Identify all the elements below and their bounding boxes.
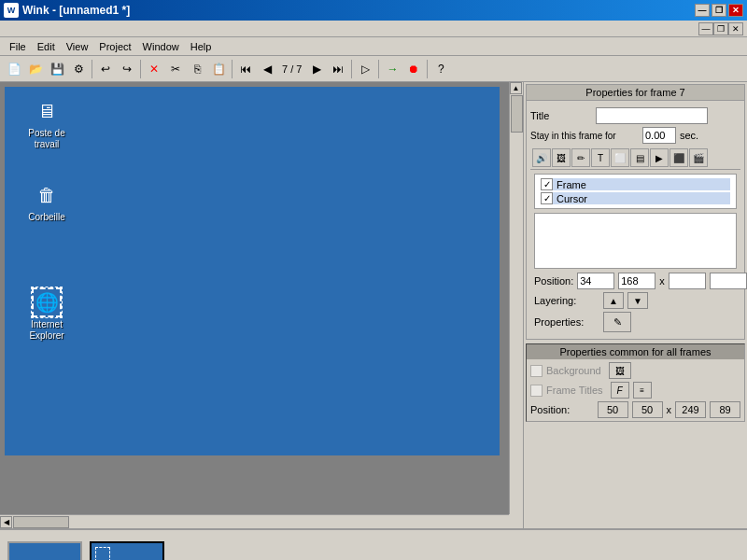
toolbar: 📄 📂 💾 ⚙ ↩ ↪ ✕ ✂ ⎘ 📋 ⏮ ◀ 7 / 7 ▶ ⏭ ▷ → ⏺ … [0,56,747,82]
thumb-2[interactable]: 2 [90,541,164,560]
frame-titles-label: Frame Titles [546,385,603,396]
desktop-icon-ie[interactable]: 🌐 InternetExplorer [19,287,75,342]
layering-label: Layering: [534,295,599,306]
close-button[interactable]: ✕ [728,4,743,17]
align-button[interactable]: ≡ [633,382,652,399]
frame-properties-header: Properties for frame 7 [527,85,744,101]
common-pos3: 249 [675,401,706,418]
redo-button[interactable]: ↪ [117,59,137,79]
restore-button[interactable]: ❐ [712,4,726,17]
child-close-button[interactable]: ✕ [728,22,743,35]
desktop-icon-workstation[interactable]: 🖥 Poste de travail [19,96,75,150]
copy-button[interactable]: ⎘ [187,59,207,79]
position-label: Position: [534,275,573,287]
frame-thumb-2[interactable] [90,541,164,560]
filmstrip: 1 2 [0,528,747,560]
child-restore-button[interactable]: ❐ [713,22,728,35]
pos-sep: x [659,275,665,287]
help-button[interactable]: ? [430,59,451,79]
scroll-thumb-v[interactable] [511,95,523,133]
background-label: Background [546,365,601,376]
common-sep: x [667,404,672,415]
right-panel: Properties for frame 7 Title Stay in thi… [523,82,747,528]
pos-x-input[interactable] [577,273,614,289]
save-button[interactable]: 💾 [47,59,67,79]
highlight-tool[interactable]: ✏ [571,148,590,167]
anim-tool[interactable]: ▶ [650,148,669,167]
export-button[interactable]: → [382,59,402,79]
video-tool[interactable]: 🎬 [689,148,708,167]
shape-tool[interactable]: ⬛ [669,148,688,167]
stay-input[interactable] [642,127,676,144]
scroll-thumb-h[interactable] [13,516,69,528]
image-tool[interactable]: 🖼 [552,148,571,167]
frame-check[interactable]: ✓ [541,178,553,190]
common-pos2: 50 [632,401,663,418]
pos-x2-input[interactable] [669,273,706,289]
props-label: Properties: [534,316,599,328]
scroll-corner [509,514,523,528]
paste-button[interactable]: 📋 [208,59,229,79]
position-row: Position: x [534,273,737,289]
child-minimize-button[interactable]: — [698,22,713,35]
cursor-check[interactable]: ✓ [541,192,553,204]
delete-button[interactable]: ✕ [144,59,164,79]
menu-edit[interactable]: Edit [32,39,61,54]
window-title: Wink - [unnamed1 *] [22,4,130,17]
properties-edit-button[interactable]: ✎ [603,312,631,332]
common-pos-label: Position: [530,404,594,415]
layer-down-button[interactable]: ▼ [627,292,648,309]
frame-thumb-1[interactable] [7,541,82,560]
scroll-up-arrow[interactable]: ▲ [510,82,522,94]
open-button[interactable]: 📂 [25,59,46,79]
next-frame-button[interactable]: ▶ [306,59,327,79]
font-button[interactable]: F [611,382,629,399]
canvas-area: 🖥 Poste de travail 🗑 Corbeille 🌐 Interne… [0,82,523,528]
app-icon: W [4,3,19,18]
frame-titles-row: Frame Titles F ≡ [530,382,740,399]
minimize-button[interactable]: — [695,4,710,17]
menu-project[interactable]: Project [93,39,136,54]
cut-button[interactable]: ✂ [165,59,186,79]
menu-view[interactable]: View [61,39,94,54]
button-tool[interactable]: ⬜ [611,148,629,167]
play-button[interactable]: ▷ [355,59,375,79]
menu-window[interactable]: Window [137,39,185,54]
undo-button[interactable]: ↩ [95,59,116,79]
frame-checkbox-row: ✓ Frame [541,178,730,190]
thumb-1[interactable]: 1 [7,541,82,560]
record-button[interactable]: ⏺ [403,59,424,79]
sound-tool[interactable]: 🔊 [532,148,551,167]
title-row: Title [530,107,740,124]
menu-file[interactable]: File [4,39,32,54]
frame-titles-check[interactable] [530,385,543,397]
last-frame-button[interactable]: ⏭ [328,59,348,79]
background-image-button[interactable]: 🖼 [609,362,631,379]
new-button[interactable]: 📄 [4,59,24,79]
text-tool[interactable]: T [591,148,610,167]
settings-button[interactable]: ⚙ [68,59,89,79]
canvas-scrollbar-vertical[interactable]: ▲ [509,82,523,514]
desktop-icon-recycle[interactable]: 🗑 Corbeille [19,180,75,223]
pos-y2-input[interactable] [710,273,747,289]
layer-up-button[interactable]: ▲ [603,292,624,309]
ie-label: InternetExplorer [29,319,63,342]
common-pos1: 50 [598,401,628,418]
stay-label: Stay in this frame for [530,131,642,141]
cursor-label: Cursor [557,193,587,204]
title-input[interactable] [596,107,708,124]
menu-help[interactable]: Help [185,39,218,54]
input-tool[interactable]: ▤ [630,148,649,167]
common-position-row: Position: 50 50 x 249 89 [530,401,740,418]
scroll-left-arrow[interactable]: ◀ [0,516,12,528]
thumb-desktop-1 [9,543,80,560]
background-row: Background 🖼 [530,362,740,379]
canvas-scrollbar-horizontal[interactable]: ◀ [0,514,509,528]
prev-frame-button[interactable]: ◀ [257,59,277,79]
background-check[interactable] [530,365,543,377]
first-frame-button[interactable]: ⏮ [235,59,256,79]
title-label: Title [530,110,596,121]
layering-row: Layering: ▲ ▼ [534,292,737,309]
frame-label: Frame [557,179,586,190]
pos-y-input[interactable] [618,273,655,289]
